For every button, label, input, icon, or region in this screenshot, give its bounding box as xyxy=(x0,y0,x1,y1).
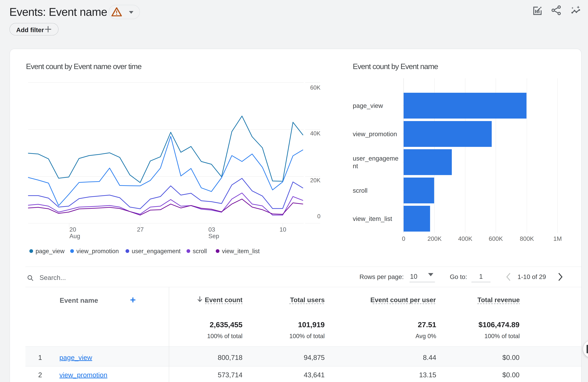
svg-text:user_engagement: user_engagement xyxy=(132,248,181,255)
svg-text:0: 0 xyxy=(317,213,320,219)
svg-text:600K: 600K xyxy=(489,235,503,242)
svg-text:10: 10 xyxy=(279,226,286,233)
svg-text:view_item_list: view_item_list xyxy=(222,248,260,255)
svg-text:27: 27 xyxy=(137,226,144,233)
svg-text:Sep: Sep xyxy=(208,233,219,239)
svg-text:20K: 20K xyxy=(310,177,320,184)
svg-text:20: 20 xyxy=(69,226,76,233)
svg-text:60K: 60K xyxy=(310,84,320,91)
svg-text:page_view: page_view xyxy=(36,248,65,255)
svg-text:user_engageme: user_engageme xyxy=(353,155,399,162)
svg-text:scroll: scroll xyxy=(193,248,207,255)
svg-text:800K: 800K xyxy=(520,235,534,242)
svg-text:400K: 400K xyxy=(458,235,472,242)
svg-text:view_promotion: view_promotion xyxy=(353,130,397,138)
svg-text:1M: 1M xyxy=(553,235,562,242)
svg-text:nt: nt xyxy=(353,163,358,170)
svg-text:Aug: Aug xyxy=(69,233,80,239)
svg-text:200K: 200K xyxy=(427,235,442,242)
svg-text:scroll: scroll xyxy=(353,187,368,194)
svg-text:view_item_list: view_item_list xyxy=(353,215,392,222)
svg-text:40K: 40K xyxy=(310,130,320,137)
svg-text:view_promotion: view_promotion xyxy=(76,248,119,255)
svg-text:0: 0 xyxy=(402,235,405,242)
svg-text:page_view: page_view xyxy=(353,102,383,109)
svg-text:03: 03 xyxy=(208,226,215,233)
